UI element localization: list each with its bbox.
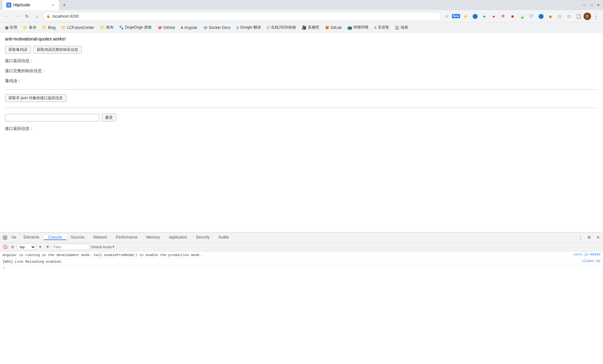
devtools-tab-network[interactable]: Network (89, 235, 111, 240)
return-info-label1: 接口返回信息： (5, 58, 598, 64)
new-icon-button[interactable]: New (452, 12, 460, 21)
svg-rect-5 (15, 237, 16, 238)
extension-btn-2[interactable]: 🔵 (470, 12, 479, 21)
forward-button[interactable]: → (13, 12, 21, 21)
bookmark-gitlab[interactable]: 🦊 GitLab (322, 24, 344, 31)
close-button[interactable]: ✕ (596, 3, 600, 7)
extension-btn-7[interactable]: 🍃 (518, 12, 526, 21)
bookmark-dogedoge[interactable]: 🐾 DogeDoge 搜索 (117, 24, 154, 31)
devtools-tab-elements[interactable]: Elements (19, 235, 44, 240)
bookmark-bilibili[interactable]: 📺 哔哩哔哩 (345, 24, 371, 31)
submit-button[interactable]: 提交 (102, 114, 116, 121)
bookmark-lcfuture[interactable]: 📁 LCFutureCenter (59, 24, 97, 31)
gitlab-icon: 🦊 (325, 25, 329, 30)
bookmark-haitao[interactable]: 📁 海淘 (97, 24, 116, 31)
extension-btn-13[interactable]: 📋 (574, 12, 583, 21)
bilibili-icon: 📺 (347, 25, 352, 30)
console-toolbar: 🚫 ⊘ top ▾ 👁 Default levels ▾ (0, 243, 603, 251)
tab-close-button[interactable]: × (50, 3, 55, 8)
bookmark-blog[interactable]: 📁 Blog (40, 24, 58, 31)
new-tab-button[interactable]: + (59, 0, 69, 10)
extension-btn-3[interactable]: ● (480, 12, 489, 21)
devtools-tab-performance[interactable]: Performance (111, 235, 142, 240)
extension-btn-6[interactable]: ■ (508, 12, 517, 21)
user-avatar[interactable]: C (584, 13, 591, 20)
angular-icon: A (181, 26, 183, 29)
extension-btn-8[interactable]: 🛡 (527, 12, 536, 21)
home-button[interactable]: ⌂ (33, 12, 41, 21)
lianjia-icon: 🏠 (395, 25, 399, 30)
console-preserve-button[interactable]: ⊘ (9, 244, 16, 250)
restore-button[interactable]: □ (589, 3, 594, 7)
bookmark-backup[interactable]: 📁 备份 (20, 24, 39, 31)
extension-btn-11[interactable]: ⊙ (555, 12, 564, 21)
dogedoge-icon: 🐾 (119, 25, 124, 30)
extension-btn-1[interactable]: ⚡ (461, 12, 470, 21)
devtools-inspect-button[interactable] (1, 234, 9, 241)
extension-btn-12[interactable]: ⊙ (565, 12, 573, 21)
bookmark-live[interactable]: 🎥 直播吧 (299, 24, 322, 31)
return-info-label2: 接口返回信息： (5, 126, 598, 131)
lock-icon: 🔒 (46, 14, 51, 18)
extension-btn-4[interactable]: ● (489, 12, 498, 21)
extension-btn-9[interactable]: 🔵 (536, 12, 545, 21)
bookmark-anjuke[interactable]: A 安居客 (372, 24, 392, 31)
tab-title: HttpGuide (13, 3, 30, 7)
bookmark-json[interactable]: ⬡ 在线JSON校验 (264, 24, 299, 31)
console-levels-selector[interactable]: Default levels ▾ (91, 245, 114, 249)
svg-rect-3 (5, 238, 7, 239)
bookmark-docker[interactable]: 🐳 Docker Docs (200, 24, 233, 31)
console-filter-input[interactable] (52, 244, 90, 250)
reload-button[interactable]: ↻ (23, 12, 31, 21)
devtools-tab-memory[interactable]: Memory (142, 235, 164, 240)
get-soup-button[interactable]: 获取毒鸡汤 (5, 46, 31, 54)
devtools-tab-security[interactable]: Security (192, 235, 214, 240)
divider1 (5, 89, 598, 90)
devtools-tab-sources[interactable]: Sources (66, 235, 89, 240)
title-bar: H HttpGuide × + ─ □ ✕ (0, 0, 603, 10)
svg-rect-4 (12, 236, 14, 238)
get-non-json-button[interactable]: 获取非 json 对象的接口返回信息 (5, 94, 66, 102)
console-context-select[interactable]: top (17, 244, 36, 250)
address-bar[interactable]: 🔒 localhost:4200 (43, 12, 441, 21)
bookmark-google-translate[interactable]: G Google 翻译 (234, 24, 263, 31)
devtools-settings-button[interactable]: ⚙ (585, 234, 593, 241)
bookmark-star-button[interactable]: ☆ (442, 12, 451, 21)
svg-rect-0 (3, 236, 5, 237)
console-link-1[interactable]: core.js:40465 (573, 253, 600, 256)
console-prompt-icon[interactable]: › (3, 266, 5, 270)
live-icon: 🎥 (302, 25, 307, 30)
devtools-left-icons (0, 233, 19, 242)
console-context-arrow[interactable]: ▾ (37, 244, 43, 250)
folder-icon-lc: 📁 (61, 25, 66, 30)
devtools-tab-audits[interactable]: Audits (214, 235, 233, 240)
bookmark-lianjia[interactable]: 🏠 链家 (392, 24, 411, 31)
folder-icon-haitao: 📁 (100, 25, 105, 30)
console-eye-button[interactable]: 👁 (45, 244, 51, 250)
console-clear-button[interactable]: 🚫 (2, 244, 8, 250)
nav-bar: ← → ↻ ⌂ 🔒 localhost:4200 ☆ New ⚡ 🔵 ● ● R… (0, 10, 603, 23)
browser-frame: H HttpGuide × + ─ □ ✕ ← → ↻ ⌂ (0, 0, 603, 364)
tab-bar: H HttpGuide × + (3, 0, 69, 10)
menu-button[interactable]: ⋮ (592, 12, 600, 21)
extension-btn-10[interactable]: ◆ (546, 12, 555, 21)
devtools-close-button[interactable]: ✕ (594, 234, 602, 241)
tab-favicon: H (6, 3, 11, 8)
browser-tab-active[interactable]: H HttpGuide × (3, 0, 59, 10)
bookmark-github[interactable]: 🐙 GitHub (155, 24, 177, 31)
devtools-tab-console[interactable]: Console (44, 235, 66, 240)
console-prompt-line: › (0, 265, 603, 271)
extension-btn-5[interactable]: R (499, 12, 508, 21)
bookmark-apps[interactable]: ▦ 应用 (3, 24, 20, 31)
devtools-tab-application[interactable]: Application (164, 235, 192, 240)
bookmark-angular[interactable]: A Angular (178, 24, 200, 31)
console-link-2[interactable]: client:52 (582, 259, 600, 263)
bookmarks-bar: ▦ 应用 📁 备份 📁 Blog 📁 LCFutureCenter 📁 海淘 🐾… (0, 23, 603, 33)
back-button[interactable]: ← (3, 12, 11, 21)
devtools-device-button[interactable] (10, 234, 18, 241)
get-soup-full-button[interactable]: 获取鸡汤完整的响应信息 (33, 46, 82, 54)
minimize-button[interactable]: ─ (582, 3, 587, 7)
soup-label: 毒鸡汤： (5, 78, 598, 84)
text-input-field[interactable] (5, 114, 99, 121)
devtools-more-button[interactable]: ⋮ (577, 234, 584, 241)
